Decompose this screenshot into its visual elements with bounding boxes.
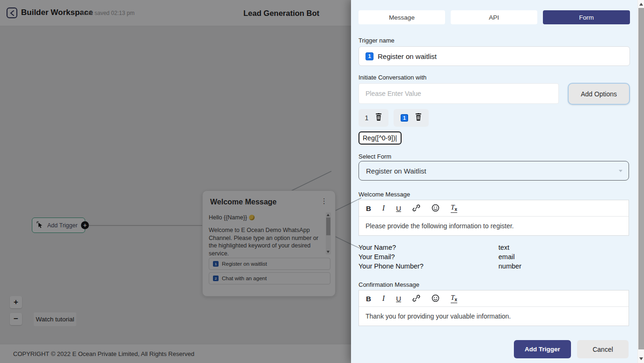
field-question: Your Phone Number? (359, 262, 424, 270)
form-field-row: Your Email? email (359, 253, 629, 262)
chevron-down-icon (619, 170, 622, 172)
field-type: email (498, 253, 515, 261)
scroll-up-icon[interactable] (639, 3, 643, 6)
tab-form[interactable]: Form (543, 10, 630, 24)
italic-icon[interactable]: I (382, 295, 385, 302)
builder-workspace-screen: Builder Workspace Last saved 02:13 pm Le… (0, 0, 644, 363)
emoji-icon[interactable] (432, 294, 439, 303)
field-question: Your Name? (359, 244, 396, 251)
select-form-label: Select Form (359, 153, 391, 160)
option-chip-2: 1 (394, 109, 429, 127)
scroll-down-icon[interactable] (639, 357, 643, 360)
welcome-message-editor: B I U Tx Please provide the following in… (359, 200, 629, 236)
trigger-name-input[interactable]: 1 Register on waitlist (359, 46, 630, 66)
emoji-icon[interactable] (432, 204, 439, 213)
welcome-message-label: Welcome Message (359, 191, 410, 198)
add-trigger-button[interactable]: Add Trigger (514, 340, 571, 358)
underline-icon[interactable]: U (396, 295, 401, 302)
form-field-row: Your Phone Number? number (359, 262, 629, 272)
initiate-value-input[interactable] (359, 83, 559, 104)
clear-format-icon[interactable]: Tx (451, 294, 457, 303)
italic-icon[interactable]: I (382, 204, 385, 212)
option-chip-1: 1 (359, 109, 388, 127)
select-form-dropdown[interactable]: Register on Waitlist (359, 161, 629, 181)
trash-icon[interactable] (415, 113, 422, 123)
bold-icon[interactable]: B (366, 295, 371, 302)
add-options-button[interactable]: Add Options (568, 83, 630, 105)
field-question: Your Email? (359, 253, 395, 261)
link-icon[interactable] (412, 204, 420, 213)
tab-api[interactable]: API (451, 10, 537, 24)
trigger-config-panel: Message API Form Trigger name 1 Register… (351, 0, 637, 363)
page-scrollbar[interactable] (637, 0, 644, 363)
trigger-name-label: Trigger name (359, 37, 395, 44)
modal-dim-overlay (0, 0, 351, 363)
scrollbar-thumb[interactable] (638, 8, 644, 349)
tab-message[interactable]: Message (359, 10, 445, 24)
field-type: number (498, 262, 521, 270)
bold-icon[interactable]: B (366, 205, 371, 212)
welcome-message-text[interactable]: Please provide the following information… (359, 217, 629, 235)
link-icon[interactable] (412, 294, 420, 303)
clear-format-icon[interactable]: Tx (451, 204, 457, 213)
confirmation-message-text[interactable]: Thank you for providing your valuable in… (359, 307, 629, 326)
trash-icon[interactable] (375, 113, 382, 123)
field-type: text (498, 244, 509, 251)
initiate-conversation-label: Initiate Conversation with (359, 74, 426, 81)
confirmation-message-editor: B I U Tx Thank you for providing your va… (359, 290, 629, 326)
canvas-region: Builder Workspace Last saved 02:13 pm Le… (0, 0, 351, 363)
cancel-button[interactable]: Cancel (577, 340, 629, 358)
underline-icon[interactable]: U (396, 205, 401, 212)
badge-1-icon: 1 (366, 52, 373, 60)
editor-toolbar: B I U Tx (359, 200, 629, 217)
badge-1-icon: 1 (401, 114, 408, 122)
form-field-row: Your Name? text (359, 244, 629, 253)
keyword-regex-input[interactable] (359, 131, 402, 145)
confirmation-message-label: Confirmation Message (359, 281, 419, 288)
editor-toolbar: B I U Tx (359, 290, 629, 307)
